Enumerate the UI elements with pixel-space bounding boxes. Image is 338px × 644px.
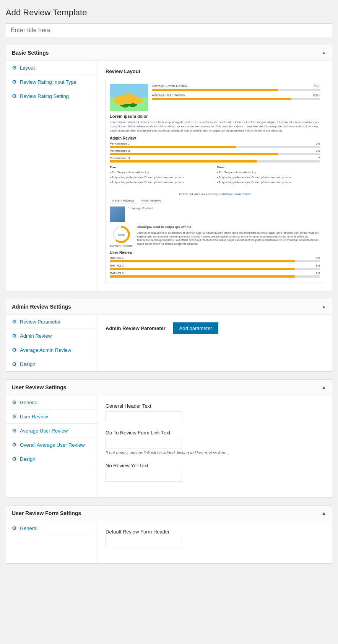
basic-settings-main: Review Layout Average Admin Review 75 (98, 61, 332, 291)
user-review-settings-section: User Review Settings ▲ ⚙ General ⚙ User … (6, 379, 332, 498)
nav-item-review-parameter-label: Review Parameter (20, 319, 61, 325)
avg-user-review-pct: 83% (313, 93, 320, 97)
user-review-form-settings-section: User Review Form Settings ▲ ⚙ General De… (6, 505, 332, 564)
gear-icon-8: ⚙ (12, 399, 17, 405)
gear-icon-3: ⚙ (12, 93, 17, 99)
score-text: Deserunt mollitia animi; id est laborum … (136, 231, 320, 246)
add-review-link[interactable]: Add your own review (222, 192, 250, 196)
go-to-review-form-input[interactable] (106, 438, 182, 449)
admin-review-settings-section: Admin Review Settings ▲ ⚙ Review Paramet… (6, 299, 332, 372)
basic-settings-title: Basic Settings (12, 50, 49, 56)
avg-user-bar-fill (152, 98, 291, 100)
no-review-yet-input[interactable] (106, 471, 182, 482)
gear-icon-13: ⚙ (12, 525, 17, 531)
user-review-form-settings-header[interactable]: User Review Form Settings ▲ (6, 506, 332, 521)
basic-settings-content: ⚙ Layout ⚙ Review Rating Input Type ⚙ Re… (6, 61, 332, 291)
user-review-settings-header[interactable]: User Review Settings ▲ (6, 380, 332, 395)
gear-icon-11: ⚙ (12, 442, 17, 448)
gear-icon-6: ⚙ (12, 347, 17, 353)
nav-item-admin-review-label: Admin Review (20, 333, 52, 339)
tab-older-reviews[interactable]: Older Reviews (139, 198, 164, 203)
nav-item-user-review-label: User Review (20, 414, 48, 420)
admin-review-nav: ⚙ Review Parameter ⚙ Admin Review ⚙ Aver… (6, 315, 98, 371)
user-review-form-settings-title: User Review Form Settings (12, 510, 81, 516)
admin-review-param-label: Admin Review Parometer (106, 325, 166, 331)
preview-admin-rating-row: Average Admin Review 75% (152, 84, 320, 91)
review-layout-preview: Average Admin Review 75% Average User Re… (106, 80, 324, 283)
user-review-form-settings-content: ⚙ General Default Review Form Header (6, 521, 332, 563)
nav-item-admin-review[interactable]: ⚙ Admin Review (6, 329, 98, 343)
nav-item-layout[interactable]: ⚙ Layout (6, 61, 98, 75)
user-review-settings-toggle[interactable]: ▲ (322, 385, 326, 390)
nav-item-average-user-review-label: Average User Review (20, 428, 68, 434)
default-review-form-header-label: Default Review Form Header (106, 529, 324, 535)
preview-user-ratings: User Review RATING 1 8.8 RATING 2 (110, 250, 320, 278)
user-review-settings-content: ⚙ General ⚙ User Review ⚙ Average User R… (6, 395, 332, 497)
avg-user-bar-bg (152, 98, 320, 100)
nav-item-review-parameter[interactable]: ⚙ Review Parameter (6, 315, 98, 329)
field-row-no-review-yet: No Review Yet Text (106, 463, 324, 482)
nav-item-user-general[interactable]: ⚙ General (6, 395, 98, 410)
user-review-form-nav: ⚙ General (6, 521, 98, 563)
nav-item-form-general[interactable]: ⚙ General (6, 521, 98, 535)
user-review-main: General Header Text Go To Review Form Li… (98, 395, 332, 497)
avg-admin-bar-bg (152, 89, 320, 91)
admin-review-param-row: Admin Review Parometer Add parameter (106, 322, 324, 334)
user-review-form-settings-toggle[interactable]: ▲ (322, 511, 326, 516)
nav-item-layout-label: Layout (20, 65, 35, 71)
basic-settings-toggle[interactable]: ▲ (322, 50, 326, 55)
field-row-general-header-text: General Header Text (106, 403, 324, 422)
avg-score-label: AVERAGE SCORE (110, 245, 133, 247)
nav-item-review-rating-input-type[interactable]: ⚙ Review Rating Input Type (6, 75, 98, 89)
nav-item-average-admin-review-label: Average Admin Review (20, 347, 71, 353)
preview-lorem-text: Lorem ipsum dolor sit amet, consectetur … (110, 120, 320, 133)
nav-item-overall-average-user-review[interactable]: ⚙ Overall Average User Review (6, 438, 98, 452)
preview-admin-review-title: Admin Review (110, 136, 320, 140)
preview-tabs: Recent Reviews Older Reviews (110, 198, 320, 203)
general-header-text-input[interactable] (106, 411, 182, 422)
preview-pros: Pros • Eu. Suspendisse adipiscing • Adip… (110, 166, 213, 185)
go-to-review-form-hint: If not empty, anchor link wil be added, … (106, 450, 324, 455)
svg-text:86%: 86% (118, 233, 125, 237)
basic-settings-header[interactable]: Basic Settings ▲ (6, 45, 332, 61)
gear-icon-10: ⚙ (12, 428, 17, 434)
nav-item-average-admin-review[interactable]: ⚙ Average Admin Review (6, 343, 98, 357)
preview-perf-1: Performance 1 0.6 (110, 142, 320, 148)
avg-user-review-label: Average User Review (152, 93, 185, 97)
nav-item-average-user-review[interactable]: ⚙ Average User Review (6, 424, 98, 438)
preview-perf-2: Performance 2 0.8 (110, 149, 320, 155)
user-rating-3: RATING 3 8.8 (110, 272, 320, 278)
preview-user-rating-row: Average User Review 83% (152, 93, 320, 100)
page-title: Add Review Template (6, 8, 332, 18)
nav-item-review-rating-setting[interactable]: ⚙ Review Rating Setting (6, 89, 98, 103)
admin-review-settings-title: Admin Review Settings (12, 304, 71, 310)
avg-score-circle: 86% (112, 225, 131, 244)
preview-cons: Cons • Eu. Suspendisse adipiscing • Adip… (217, 166, 320, 185)
nav-item-overall-average-user-review-label: Overall Average User Review (20, 442, 85, 448)
review-layout-label: Review Layout (106, 68, 324, 74)
admin-review-settings-toggle[interactable]: ▲ (322, 304, 326, 309)
nav-item-review-rating-setting-label: Review Rating Setting (20, 93, 69, 99)
gear-icon-2: ⚙ (12, 79, 17, 85)
admin-review-settings-content: ⚙ Review Parameter ⚙ Admin Review ⚙ Aver… (6, 315, 332, 371)
nav-item-admin-design-label: Design (20, 361, 35, 367)
default-review-form-header-input[interactable] (106, 537, 182, 548)
title-input[interactable] (6, 23, 332, 37)
preview-lorem-title: Lorem ipsum dolor (110, 114, 320, 119)
basic-settings-nav: ⚙ Layout ⚙ Review Rating Input Type ⚙ Re… (6, 61, 98, 291)
nav-item-user-design[interactable]: ⚙ Design (6, 452, 98, 466)
tab-recent-reviews[interactable]: Recent Reviews (110, 198, 137, 203)
nav-item-form-general-label: General (20, 525, 37, 531)
user-review-settings-title: User Review Settings (12, 384, 66, 390)
nav-item-user-review[interactable]: ⚙ User Review (6, 410, 98, 424)
user-rating-2: RATING 2 8.8 (110, 264, 320, 270)
no-review-yet-label: No Review Yet Text (106, 463, 324, 468)
avg-score-container: 86% AVERAGE SCORE (110, 225, 133, 247)
nav-item-admin-design[interactable]: ⚙ Design (6, 357, 98, 371)
admin-review-settings-header[interactable]: Admin Review Settings ▲ (6, 299, 332, 315)
avg-admin-bar-fill (152, 89, 278, 91)
field-row-default-review-form-header: Default Review Form Header (106, 529, 324, 548)
user-rating-1: RATING 1 8.8 (110, 256, 320, 262)
add-parameter-button[interactable]: Add parameter (173, 322, 218, 334)
go-to-review-form-label: Go To Review Form Link Text (106, 430, 324, 436)
